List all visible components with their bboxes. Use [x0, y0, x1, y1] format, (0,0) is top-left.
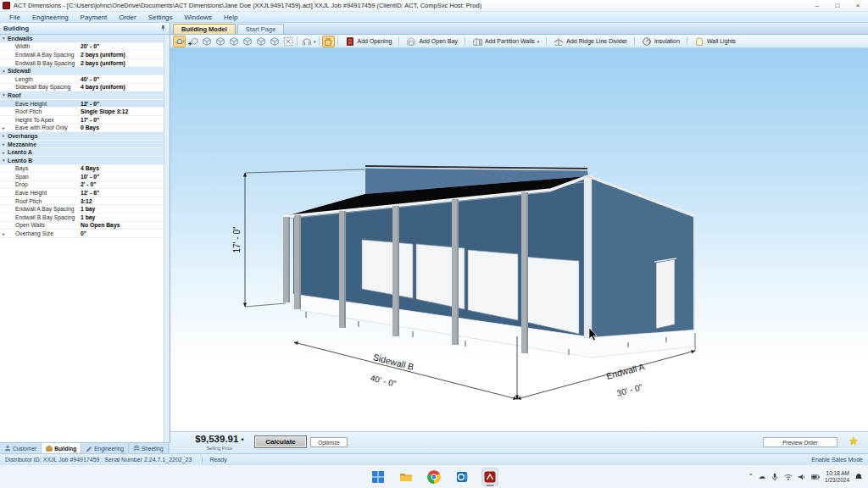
property-value[interactable]: 12' - 6": [81, 190, 99, 196]
menu-order[interactable]: Order: [113, 14, 142, 21]
menu-windows[interactable]: Windows: [179, 14, 218, 21]
property-row-roof-pitch[interactable]: Roof Pitch3:12: [0, 197, 164, 206]
category-row-overhangs[interactable]: ▸Overhangs: [0, 132, 164, 141]
preview-order-button[interactable]: Preview Order: [763, 437, 837, 447]
enable-sales-mode[interactable]: Enable Sales Mode: [811, 457, 863, 463]
property-row-drop[interactable]: Drop2' - 0": [0, 181, 164, 190]
favorite-star-icon[interactable]: ★: [849, 435, 859, 447]
add-ridge-line-divider-button[interactable]: Add Ridge Line Divider: [549, 36, 632, 47]
property-row-eave-with-roof-only[interactable]: ▸Eave with Roof Only0 Bays: [0, 125, 164, 133]
property-row-endwall-a-bay-spacing[interactable]: Endwall A Bay Spacing1 bay: [0, 205, 164, 214]
maximize-button[interactable]: □: [827, 0, 848, 11]
category-row-leanto-a[interactable]: ▸Leanto A: [0, 148, 164, 157]
taskbar-start[interactable]: [370, 468, 387, 486]
property-row-width[interactable]: Width20' - 0": [0, 43, 164, 52]
property-row-endwall-b-bay-spacing[interactable]: Endwall B Bay Spacing1 bay: [0, 214, 164, 222]
expand-icon[interactable]: ▸: [0, 150, 8, 155]
property-row-eave-height[interactable]: Eave Height12' - 6": [0, 189, 164, 197]
category-row-mezzanine[interactable]: ▸Mezzanine: [0, 141, 164, 149]
category-row-roof[interactable]: ▾Roof: [0, 92, 164, 100]
property-value[interactable]: 40' - 0": [81, 76, 99, 82]
property-row-open-walls[interactable]: Open WallsNo Open Bays: [0, 222, 164, 230]
dropdown-caret-icon[interactable]: ▾: [314, 39, 316, 44]
section-tab-engineering[interactable]: Engineering: [81, 443, 129, 453]
menu-payment[interactable]: Payment: [75, 14, 114, 21]
clip-walls-tool-button[interactable]: [322, 36, 335, 47]
panel-scrollbar[interactable]: [164, 35, 170, 442]
taskbar-outlook[interactable]: [453, 468, 470, 486]
menu-settings[interactable]: Settings: [142, 14, 179, 21]
pin-icon[interactable]: [159, 25, 166, 33]
menu-help[interactable]: Help: [218, 14, 243, 21]
category-row-sidewall[interactable]: ▾Sidewall: [0, 67, 164, 75]
category-row-leanto-b[interactable]: ▾Leanto B: [0, 157, 164, 165]
property-row-eave-height[interactable]: Eave Height12' - 0": [0, 100, 164, 108]
property-value[interactable]: No Open Bays: [81, 222, 120, 228]
minimize-button[interactable]: –: [807, 0, 827, 11]
pan-tool-button[interactable]: [186, 36, 199, 47]
wifi-icon[interactable]: [784, 473, 793, 481]
property-row-roof-pitch[interactable]: Roof PitchSingle Slope 3:12: [0, 108, 164, 116]
expand-icon[interactable]: ▸: [0, 133, 8, 138]
collapse-icon[interactable]: ▾: [0, 69, 8, 74]
tab-building-model[interactable]: Building Model: [173, 24, 236, 34]
property-row-span[interactable]: Span10' - 0": [0, 173, 164, 181]
property-value[interactable]: 17' - 0": [81, 117, 99, 123]
calculate-button[interactable]: Calculate: [254, 435, 307, 448]
property-value[interactable]: 10' - 0": [81, 174, 99, 180]
zoom-extents-tool-button[interactable]: [281, 36, 294, 47]
property-value[interactable]: 0": [81, 230, 86, 236]
battery-icon[interactable]: [811, 473, 820, 481]
taskbar-chrome[interactable]: [426, 468, 442, 486]
property-value[interactable]: 3:12: [81, 198, 92, 204]
property-value[interactable]: 20' - 0": [81, 43, 99, 49]
optimize-button[interactable]: Optimize: [310, 437, 348, 447]
notification-bell-icon[interactable]: [854, 469, 863, 485]
property-row-length[interactable]: Length40' - 0": [0, 75, 164, 84]
menu-engineering[interactable]: Engineering: [26, 14, 75, 21]
property-row-sidewall-bay-spacing[interactable]: Sidewall Bay Spacing4 bays (uniform): [0, 84, 164, 92]
section-tab-customer[interactable]: Customer: [0, 443, 42, 453]
insulation-button[interactable]: Insulation: [637, 36, 684, 47]
property-value[interactable]: 1 bay: [81, 214, 95, 220]
property-value[interactable]: 4 Bays: [81, 165, 99, 171]
property-row-overhang-size[interactable]: ▸Overhang Size0": [0, 230, 164, 238]
property-row-endwall-b-bay-spacing[interactable]: Endwall B Bay Spacing2 bays (uniform): [0, 59, 164, 68]
collapse-icon[interactable]: ▾: [0, 92, 8, 97]
collapse-icon[interactable]: ▾: [0, 36, 8, 41]
iso-cube-2-tool-button[interactable]: [214, 36, 226, 47]
iso-cube-4-tool-button[interactable]: [241, 36, 253, 47]
property-value[interactable]: 1 bay: [81, 206, 95, 212]
dropdown-caret-icon[interactable]: ▾: [537, 39, 540, 44]
model-viewport[interactable]: 17' - 0" Sidewall B 40' - 0" Endwall A 3…: [170, 48, 868, 431]
section-tab-building[interactable]: Building: [42, 443, 81, 453]
add-opening-button[interactable]: Add Opening: [341, 36, 397, 47]
property-row-bays[interactable]: Bays4 Bays: [0, 165, 164, 174]
section-tab-sheeting[interactable]: Sheeting: [129, 443, 169, 453]
chevron-up-icon[interactable]: ⌃: [748, 474, 754, 480]
category-row-endwalls[interactable]: ▾Endwalls: [0, 35, 164, 43]
iso-cube-1-tool-button[interactable]: [200, 36, 213, 47]
taskbar-clock[interactable]: 10:18 AM 1/23/2024: [825, 470, 849, 484]
volume-icon[interactable]: [798, 473, 806, 481]
menu-file[interactable]: File: [3, 14, 26, 21]
iso-cube-3-tool-button[interactable]: [227, 36, 240, 47]
property-value[interactable]: 12' - 0": [81, 101, 99, 107]
taskbar-act-dimensions[interactable]: [481, 468, 498, 486]
iso-cube-5-tool-button[interactable]: [254, 36, 267, 47]
expand-icon[interactable]: ▸: [0, 231, 8, 236]
orbit-tool-button[interactable]: [173, 36, 186, 47]
property-value[interactable]: 2' - 0": [81, 181, 96, 187]
property-value[interactable]: 4 bays (uniform): [81, 84, 125, 90]
property-value[interactable]: 2 bays (uniform): [81, 60, 125, 66]
property-value[interactable]: Single Slope 3:12: [81, 108, 128, 114]
iso-cube-6-tool-button[interactable]: [268, 36, 281, 47]
expand-icon[interactable]: ▸: [0, 141, 8, 147]
onedrive-cloud-icon[interactable]: ☁: [759, 474, 765, 480]
frame-view-tool-button[interactable]: [300, 36, 313, 47]
expand-icon[interactable]: ▸: [0, 125, 8, 130]
tab-start-page[interactable]: Start Page: [237, 24, 284, 34]
taskbar-file-explorer[interactable]: [398, 468, 415, 486]
property-value[interactable]: 0 Bays: [81, 125, 99, 130]
close-button[interactable]: ×: [848, 0, 868, 11]
